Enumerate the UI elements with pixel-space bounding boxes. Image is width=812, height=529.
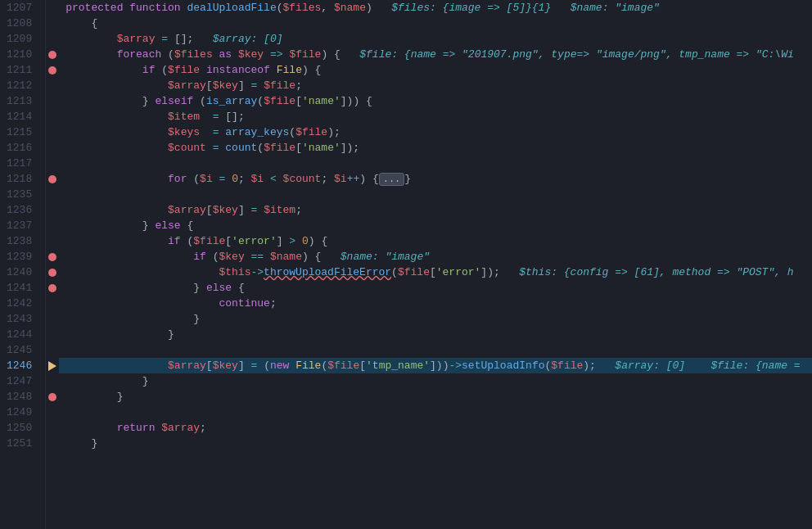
gutter-1216 [46,140,59,156]
gutter-1215 [46,124,59,140]
code-line-1214: $item = []; [59,109,812,124]
code-line-1240: $this->throwUploadFileError($file['error… [59,264,812,280]
code-line-1245 [59,342,812,358]
fn-dealUploadFile: dealUploadFile [187,2,276,14]
ln-1242: 1242 [7,296,38,311]
debug-array-1246: $array: [0] [615,359,685,372]
breakpoint-1240 [48,269,56,277]
gutter-1213 [46,93,59,109]
code-line-1241: } else { [59,280,812,296]
ln-1250: 1250 [7,420,38,436]
gutter-1250 [46,420,59,436]
gutter-1247 [46,373,59,389]
code-line-1216: $count = count($file['name']); [59,140,812,156]
breakpoint-1210 [48,51,56,59]
ln-1207: 1207 [7,0,38,16]
breakpoint-1241 [48,284,56,292]
ln-1241: 1241 [7,280,38,296]
kw-protected: protected [65,2,123,14]
ln-1215: 1215 [7,124,38,140]
gutter-1210 [46,47,59,62]
gutter-1242 [46,296,59,311]
ln-1238: 1238 [7,233,38,249]
ln-1218: 1218 [7,171,38,187]
code-line-1207: protected function dealUploadFile($files… [59,0,812,16]
ln-1213: 1213 [7,93,38,109]
gutter-1212 [46,78,59,93]
ln-1212: 1212 [7,78,38,93]
gutter-1244 [46,327,59,342]
gutter-1243 [46,311,59,327]
ln-1248: 1248 [7,389,38,405]
ln-1235: 1235 [7,187,38,202]
code-line-1238: if ($file['error'] > 0) { [59,233,812,249]
gutter-1249 [46,405,59,420]
ln-1247: 1247 [7,373,38,389]
ln-1251: 1251 [7,436,38,451]
code-line-1212: $array[$key] = $file; [59,78,812,93]
gutter-1211 [46,62,59,78]
gutter-1240 [46,264,59,280]
gutter-1237 [46,218,59,233]
ln-1214: 1214 [7,109,38,124]
code-line-1248: } [59,389,812,405]
debug-file-1210: $file: {name => "201907.png", [359,48,551,61]
gutter-1209 [46,31,59,47]
gutter-1246 [46,358,59,373]
code-line-1237: } else { [59,218,812,233]
ln-1245: 1245 [7,342,38,358]
ln-1216: 1216 [7,140,38,156]
gutter-1245 [46,342,59,358]
code-line-1246: $array[$key] = (new File($file['tmp_name… [59,358,812,373]
debug-name-1239: $name: "image" [341,251,430,263]
code-line-1218: for ($i = 0; $i < $count; $i++) {...} [59,171,812,187]
gutter-1241 [46,280,59,296]
breakpoint-1248 [48,393,56,401]
gutter-1248 [46,389,59,405]
open-brace-1208: { [65,17,97,29]
ln-1244: 1244 [7,327,38,342]
code-line-1250: return $array; [59,420,812,436]
code-line-1244: } [59,327,812,342]
gutter-1251 [46,436,59,451]
breakpoint-1239 [48,253,56,261]
code-area: 1207 1208 1209 1210 1211 1212 1213 1214 … [0,0,812,529]
breakpoint-1211 [48,66,56,75]
debug-files: $files: {image => [5]}{1} [391,2,551,14]
ln-1243: 1243 [7,311,38,327]
code-line-1213: } elseif (is_array($file['name'])) { [59,93,812,109]
ln-1240: 1240 [7,264,38,280]
code-line-1247: } [59,373,812,389]
ln-1237: 1237 [7,218,38,233]
gutter-1207 [46,0,59,16]
ln-1249: 1249 [7,405,38,420]
collapsed-block-1218[interactable]: ... [379,173,405,186]
code-line-1209: $array = []; $array: [0] [59,31,812,47]
gutter-1217 [46,156,59,171]
gutter-1214 [46,109,59,124]
ln-1211: 1211 [7,62,38,78]
ln-1217: 1217 [7,156,38,171]
kw-function: function [129,2,180,14]
gutter-1239 [46,249,59,264]
code-line-1235 [59,187,812,202]
code-line-1217 [59,156,812,171]
code-line-1236: $array[$key] = $item; [59,202,812,218]
gutter-1236 [46,202,59,218]
gutter-1218 [46,171,59,187]
debug-this-1240: $this: {config => [61], method => "POST"… [519,266,793,278]
line-numbers: 1207 1208 1209 1210 1211 1212 1213 1214 … [0,0,46,529]
breakpoint-1218 [48,175,56,183]
code-line-1249 [59,405,812,420]
debug-array-1209: $array: [0] [213,33,283,45]
ln-1209: 1209 [7,31,38,47]
gutter [46,0,59,529]
debug-file-1246: $file: {name = [710,359,800,372]
code-line-1215: $keys = array_keys($file); [59,124,812,140]
code-line-1242: continue; [59,296,812,311]
ln-1239: 1239 [7,249,38,264]
code-lines: protected function dealUploadFile($files… [59,0,812,529]
debug-arrow-1246 [48,361,56,371]
code-line-1239: if ($key == $name) { $name: "image" [59,249,812,264]
gutter-1235 [46,187,59,202]
